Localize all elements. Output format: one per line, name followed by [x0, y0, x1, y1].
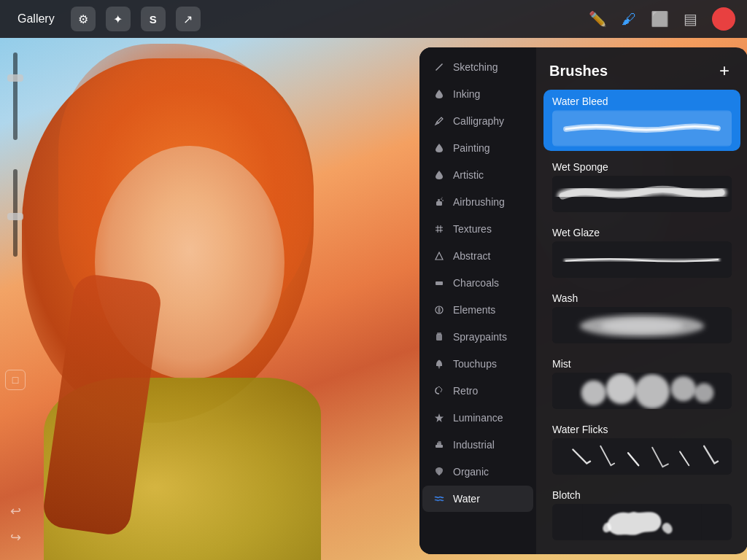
category-label-touchups: Touchups [453, 358, 497, 370]
pen-icon [433, 114, 446, 128]
triangle-icon [433, 249, 446, 262]
brush-preview-water-bleed [552, 110, 732, 147]
drop-icon [433, 168, 446, 182]
svg-rect-19 [438, 441, 441, 443]
layers-tool-icon[interactable]: ▤ [684, 10, 697, 28]
brush-item-wash[interactable]: Wash [543, 287, 740, 348]
category-item-industrial[interactable]: Industrial [422, 432, 533, 458]
brush-name-water-flicks: Water Flicks [552, 424, 732, 435]
brush-list: Brushes + Water Bleed Wet Sponge Wet Gla… [536, 47, 747, 554]
svg-rect-13 [437, 332, 441, 335]
category-item-sketching[interactable]: Sketching [422, 54, 533, 80]
left-sidebar: □ ↩ ↪ [0, 38, 31, 560]
svg-point-32 [694, 384, 713, 402]
svg-rect-18 [437, 443, 441, 445]
eraser-tool-icon[interactable]: ⬜ [651, 10, 669, 28]
category-item-charcoals[interactable]: Charcoals [422, 270, 533, 296]
category-label-retro: Retro [453, 385, 478, 397]
brush-tool-icon[interactable]: 🖌 [622, 11, 636, 28]
retro-icon [433, 384, 446, 397]
arrow-tool-button[interactable]: ↗ [176, 7, 201, 31]
drop-icon [433, 88, 446, 101]
category-item-retro[interactable]: Retro [422, 378, 533, 404]
rect-icon [433, 276, 446, 289]
category-item-elements[interactable]: Elements [422, 297, 533, 323]
brush-item-mist[interactable]: Mist [543, 352, 740, 413]
svg-marker-16 [435, 413, 444, 422]
add-brush-button[interactable]: + [714, 61, 735, 81]
category-item-painting[interactable]: Painting [422, 135, 533, 161]
opacity-slider-track[interactable] [13, 169, 18, 257]
s-tool-button[interactable]: S [141, 7, 166, 31]
brush-item-wet-glaze[interactable]: Wet Glaze [543, 221, 740, 282]
magic-button[interactable]: ✦ [106, 7, 131, 31]
spray-icon [433, 195, 446, 209]
can-icon [433, 330, 446, 343]
svg-rect-1 [438, 199, 440, 201]
category-item-artistic[interactable]: Artistic [422, 162, 533, 188]
svg-rect-12 [436, 334, 442, 341]
size-slider-thumb[interactable] [7, 74, 23, 82]
category-item-calligraphy[interactable]: Calligraphy [422, 108, 533, 134]
anvil-icon [433, 438, 446, 451]
opacity-slider-thumb[interactable] [7, 213, 23, 220]
category-item-water[interactable]: Water [422, 486, 533, 512]
category-item-organic[interactable]: Organic [422, 459, 533, 485]
svg-rect-17 [436, 445, 443, 448]
brush-name-wet-glaze: Wet Glaze [552, 227, 732, 238]
top-toolbar: Gallery ⚙ ✦ S ↗ ✏️ 🖌 ⬜ ▤ [0, 0, 747, 38]
brush-item-water-flicks[interactable]: Water Flicks [543, 418, 740, 479]
drop-icon [433, 141, 446, 155]
brush-name-wet-sponge: Wet Sponge [552, 161, 732, 173]
undo-button[interactable]: ↩ [10, 503, 21, 519]
size-slider-track[interactable] [13, 52, 18, 140]
gallery-button[interactable]: Gallery [12, 9, 61, 28]
svg-marker-9 [436, 252, 443, 260]
brush-preview-blotch [552, 504, 732, 540]
brush-item-wet-sponge[interactable]: Wet Sponge [543, 155, 740, 217]
svg-point-3 [442, 200, 444, 201]
bell-icon [433, 357, 446, 370]
category-item-textures[interactable]: Textures [422, 216, 533, 242]
brush-item-water-bleed[interactable]: Water Bleed [543, 90, 740, 151]
svg-rect-0 [436, 201, 442, 206]
category-label-airbrushing: Airbrushing [453, 196, 505, 208]
wrench-button[interactable]: ⚙ [71, 7, 96, 31]
left-tools: □ [5, 370, 26, 390]
star-icon [433, 411, 446, 424]
category-label-charcoals: Charcoals [453, 277, 499, 289]
leaf-icon [433, 465, 446, 478]
color-picker[interactable] [712, 7, 735, 31]
brush-preview-wet-glaze [552, 241, 732, 278]
brush-item-water-drip[interactable]: Water Drip [543, 549, 740, 554]
square-tool-icon[interactable]: □ [5, 370, 26, 390]
category-item-airbrushing[interactable]: Airbrushing [422, 189, 533, 215]
svg-point-29 [606, 373, 637, 404]
category-label-painting: Painting [453, 142, 490, 154]
category-item-spraypaints[interactable]: Spraypaints [422, 324, 533, 350]
brush-category-list: SketchingInkingCalligraphyPaintingArtist… [419, 47, 536, 554]
category-label-water: Water [453, 493, 480, 505]
redo-button[interactable]: ↪ [10, 529, 21, 545]
brush-preview-wash [552, 307, 732, 343]
category-item-inking[interactable]: Inking [422, 81, 533, 107]
svg-point-28 [581, 381, 606, 405]
brush-preview-water-flicks [552, 438, 732, 475]
category-label-elements: Elements [453, 304, 495, 316]
brush-item-blotch[interactable]: Blotch [543, 483, 740, 545]
toolbar-left: Gallery ⚙ ✦ S ↗ [12, 7, 201, 31]
waves-icon [433, 492, 446, 505]
brush-preview-mist [552, 373, 732, 409]
category-item-luminance[interactable]: Luminance [422, 405, 533, 431]
brush-preview-wet-sponge [552, 176, 732, 212]
category-label-artistic: Artistic [453, 169, 484, 181]
svg-point-4 [441, 197, 443, 198]
svg-point-30 [635, 374, 670, 408]
pencil-tool-icon[interactable]: ✏️ [589, 10, 607, 28]
category-item-abstract[interactable]: Abstract [422, 243, 533, 269]
pencil-icon [433, 61, 446, 74]
undo-redo-buttons: ↩ ↪ [10, 503, 21, 545]
circle-icon [433, 303, 446, 316]
category-item-touchups[interactable]: Touchups [422, 351, 533, 377]
toolbar-right: ✏️ 🖌 ⬜ ▤ [589, 7, 735, 31]
